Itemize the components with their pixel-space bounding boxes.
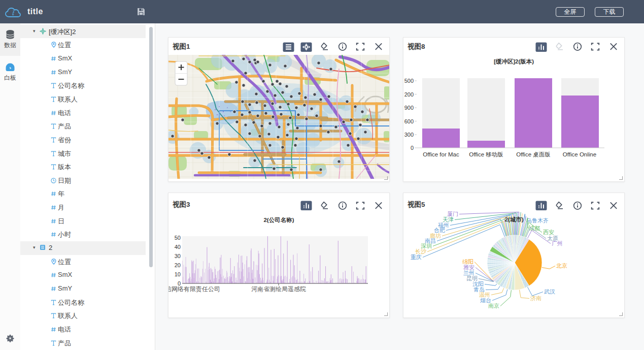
svg-text:北京: 北京 bbox=[556, 263, 567, 269]
svg-text:50: 50 bbox=[175, 235, 181, 241]
svg-text:济南: 济南 bbox=[530, 295, 541, 301]
svg-text:0: 0 bbox=[411, 145, 414, 151]
svg-text:广州: 广州 bbox=[552, 240, 563, 246]
svg-text:2(城市): 2(城市) bbox=[504, 216, 523, 222]
svg-text:10: 10 bbox=[175, 271, 181, 277]
svg-text:300: 300 bbox=[404, 132, 414, 138]
svg-text:Office 移动版: Office 移动版 bbox=[469, 151, 503, 157]
svg-text:200: 200 bbox=[404, 91, 414, 98]
svg-text:Office 桌面版: Office 桌面版 bbox=[516, 151, 551, 157]
svg-text:20: 20 bbox=[175, 262, 181, 268]
svg-text:30: 30 bbox=[175, 253, 181, 259]
svg-text:信网络有限责任公司: 信网络有限责任公司 bbox=[168, 285, 220, 293]
svg-text:武汉: 武汉 bbox=[544, 289, 555, 295]
svg-text:900: 900 bbox=[404, 105, 414, 111]
svg-text:Office Online: Office Online bbox=[563, 151, 596, 157]
svg-text:西安: 西安 bbox=[543, 229, 554, 235]
svg-text:重庆: 重庆 bbox=[411, 254, 422, 260]
svg-text:南京: 南京 bbox=[488, 303, 499, 309]
svg-text:40: 40 bbox=[175, 244, 181, 250]
svg-text:600: 600 bbox=[404, 118, 414, 124]
svg-text:500: 500 bbox=[404, 78, 414, 84]
svg-text:Office for Mac: Office for Mac bbox=[423, 151, 459, 157]
svg-text:河南省测绘局遥感院: 河南省测绘局遥感院 bbox=[251, 285, 306, 293]
